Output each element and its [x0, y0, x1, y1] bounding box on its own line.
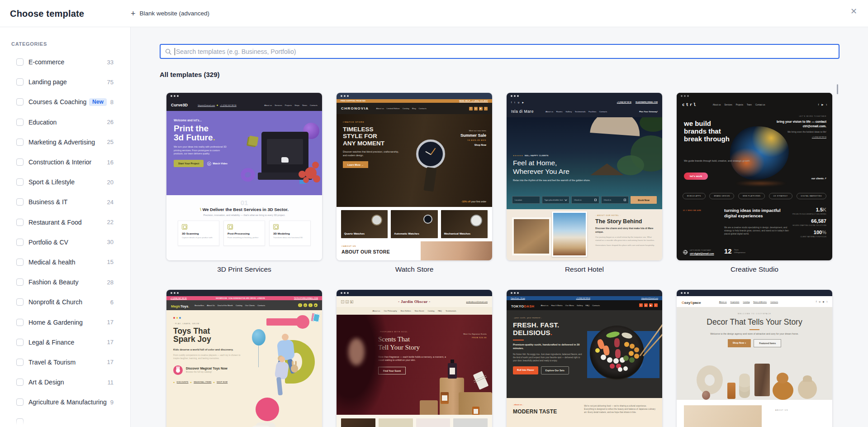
template-card-resort-hotel[interactable]: ft◎▶ +1 (234) 567 89 90ISLADIMARE@EMAIL.…	[507, 93, 662, 273]
categories-sidebar: CATEGORIES E-commerce33 Landing page75 C…	[0, 27, 131, 427]
checkbox[interactable]	[16, 359, 24, 366]
checkbox[interactable]	[16, 98, 24, 106]
site-phone: +1 (234) 567 89 90	[617, 101, 631, 103]
sidebar-item-restaurant-food[interactable]: Restaurant & Food22	[0, 212, 130, 232]
checkbox[interactable]	[16, 158, 24, 166]
checkbox[interactable]	[16, 339, 24, 346]
browser-chrome	[337, 290, 492, 296]
site-nav: About usHow It WorksOur MenuGalleryFAQCo…	[541, 304, 600, 307]
template-card-3d-print-services[interactable]: Curve3D 3d.print@email.com+1 (234) 567 8…	[166, 93, 322, 273]
sidebar-item-fashion-beauty[interactable]: Fashion & Beauty28	[0, 272, 130, 292]
hero-title: Decor That Tells Your Story	[677, 317, 832, 327]
watch-illustration	[416, 139, 445, 168]
category-count: 24	[107, 199, 114, 206]
plus-icon: +	[131, 10, 136, 18]
checkbox[interactable]	[16, 178, 24, 186]
hero-section: WELCOME TO COZYSPACE Decor That Tells Yo…	[677, 307, 832, 400]
food-photo	[552, 211, 587, 257]
checkbox[interactable]	[16, 418, 24, 426]
checkbox[interactable]	[16, 379, 24, 386]
sidebar-item-art-design[interactable]: Art & Design11	[0, 372, 130, 392]
checkbox[interactable]	[16, 119, 24, 126]
category-label: Landing page	[28, 78, 67, 86]
category-label: Travel & Tourism	[28, 359, 76, 366]
scan-icon	[182, 224, 187, 230]
template-card-watch-store[interactable]: FREE SHIPPING FROM $49NEED HELP: +1 (800…	[337, 93, 492, 273]
process-icon	[228, 224, 233, 230]
site-nav: About usServicesProjectsStepsNewsContact…	[264, 104, 318, 106]
sidebar-item-agriculture-manufacturing[interactable]: Agriculture & Manufacturing9	[0, 392, 130, 412]
scrollbar[interactable]	[837, 84, 838, 94]
sidebar-item-legal-finance[interactable]: Legal & Finance17	[0, 332, 130, 352]
browser-chrome	[166, 93, 322, 99]
sidebar-item-nonprofit-church[interactable]: Nonprofit & Church6	[0, 292, 130, 312]
checkbox[interactable]	[16, 259, 24, 266]
sidebar-item-home-gardening[interactable]: Home & Gardening17	[0, 312, 130, 332]
cta-button: let's work	[684, 173, 708, 180]
social-icons: f▶t	[818, 103, 827, 106]
site-email: 3d.print@email.com	[198, 104, 215, 106]
accent-dash	[513, 340, 524, 341]
site-header: CHRONOVIA About usLimited EditionCatalog…	[337, 103, 492, 114]
checkbox[interactable]	[16, 278, 24, 286]
template-card-perfume[interactable]: f◎▶ - Jardin Obscur - jardinobscur@email…	[337, 290, 492, 427]
checkbox[interactable]	[16, 58, 24, 66]
template-name: Resort Hotel	[507, 265, 662, 273]
sidebar-item-courses-coaching[interactable]: Courses & CoachingNew8	[0, 92, 130, 112]
sidebar-item-ecommerce[interactable]: E-commerce33	[0, 52, 130, 72]
dialog-header: Choose template + Blank website (advance…	[0, 0, 868, 27]
checkbox[interactable]	[16, 78, 24, 86]
category-list: E-commerce33 Landing page75 Courses & Co…	[0, 52, 130, 427]
template-card-cozyspace[interactable]: CozySpace About usInspirationCatalogNews…	[677, 290, 832, 427]
sidebar-item-marketing-advertising[interactable]: Marketing & Advertising25	[0, 132, 130, 152]
checkbox[interactable]	[16, 398, 24, 406]
interior-photo	[512, 217, 551, 255]
sidebar-item-construction-interior[interactable]: Construction & Interior16	[0, 152, 130, 172]
template-card-creative-studio[interactable]: ctrl About usServicesProjectsTeamContact…	[677, 93, 832, 273]
search-input[interactable]: Search templates (e.g. Business, Portfol…	[160, 44, 840, 59]
category-label: Medical & health	[28, 259, 76, 266]
checkbox[interactable]	[16, 319, 24, 326]
social-icons: f◎▶t	[469, 107, 488, 110]
checkbox[interactable]	[16, 298, 24, 306]
arrow-icon: ↗	[824, 177, 826, 180]
sidebar-item-landing-page[interactable]: Landing page75	[0, 72, 130, 92]
site-header: f◎▶ - Jardin Obscur - jardinobscur@email…	[337, 296, 492, 307]
site-header: TOKYODASH About usHow It WorksOur MenuGa…	[507, 300, 662, 310]
about-section: - about us - MODERN TASTE We're not just…	[507, 398, 662, 427]
youtube-icon: ▶	[479, 107, 483, 110]
umbrella-shape	[590, 117, 641, 136]
instagram-icon: ◎	[346, 300, 349, 303]
template-card-sushi[interactable]: Open 8 am - 10 pm+1 (234) 567 89 00tokyo…	[507, 290, 662, 427]
template-preview: f◎▶ - Jardin Obscur - jardinobscur@email…	[337, 290, 492, 427]
contact-block: LET'S WORK TOGETHER bring your vision to…	[772, 115, 826, 138]
social-icons: f◎t▶	[298, 303, 318, 307]
topbar: +1 (234) 567 89 90SHOWROOM: 123A KENSING…	[166, 296, 322, 300]
perfume-bottle	[472, 407, 479, 415]
sidebar-item-education[interactable]: Education26	[0, 112, 130, 132]
blank-website-button[interactable]: + Blank website (advanced)	[131, 10, 209, 18]
checkbox[interactable]	[16, 219, 24, 226]
sidebar-item-portfolio-cv[interactable]: Portfolio & CV30	[0, 232, 130, 252]
facebook-icon: f	[511, 101, 512, 104]
sidebar-item-travel-tourism[interactable]: Travel & Tourism17	[0, 352, 130, 372]
checkbox[interactable]	[16, 198, 24, 206]
twitter-icon: t	[308, 303, 313, 307]
template-card-magic-toys[interactable]: +1 (234) 567 89 90SHOWROOM: 123A KENSING…	[166, 290, 322, 427]
stats-block: 1.5K PROJECTS SUCCESSFULLY DELIVERED 66,…	[786, 207, 826, 241]
site-header: Isla di Mare About usRoomsGalleryTestimo…	[507, 106, 662, 117]
girl-figure	[274, 361, 289, 380]
category-count: 30	[107, 239, 114, 245]
book-now-button: Book Now	[631, 196, 657, 204]
sidebar-item-medical-health[interactable]: Medical & health15	[0, 252, 130, 272]
social-icons: f◎▶t	[639, 303, 658, 307]
close-icon[interactable]: ✕	[849, 5, 859, 17]
site-logo: Magic	[171, 304, 180, 308]
sidebar-item-sport-lifestyle[interactable]: Sport & Lifestyle20	[0, 172, 130, 192]
checkbox[interactable]	[16, 239, 24, 246]
sidebar-item-business-it[interactable]: Business & IT24	[0, 192, 130, 212]
text-cursor	[175, 48, 175, 55]
sidebar-item-partial[interactable]	[0, 412, 130, 427]
category-label: Agriculture & Manufacturing	[28, 398, 107, 406]
checkbox[interactable]	[16, 139, 24, 146]
